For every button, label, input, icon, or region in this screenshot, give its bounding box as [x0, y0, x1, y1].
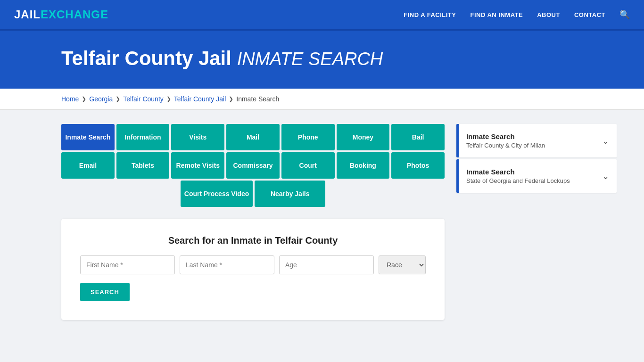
tab-commissary[interactable]: Commissary	[226, 152, 280, 179]
chevron-right-icon: ❯	[116, 96, 120, 102]
tab-booking[interactable]: Booking	[337, 152, 390, 179]
age-input[interactable]	[279, 255, 374, 274]
tabs-row2: Email Tablets Remote Visits Commissary C…	[61, 152, 445, 179]
search-form-title: Search for an Inmate in Telfair County	[80, 235, 426, 246]
tab-remote-visits[interactable]: Remote Visits	[171, 152, 224, 179]
chevron-right-icon: ❯	[82, 96, 86, 102]
tab-inmate-search[interactable]: Inmate Search	[61, 124, 115, 150]
sidebar-card-telfair-text: Inmate Search Telfair County & City of M…	[466, 132, 545, 149]
sidebar-card-georgia-subtitle: State of Georgia and Federal Lockups	[466, 177, 570, 184]
hero-title-italic: INMATE SEARCH	[237, 49, 383, 69]
hero-section: Telfair County Jail INMATE SEARCH	[0, 31, 644, 89]
search-inputs: Race White Black Hispanic Asian Other	[80, 255, 426, 274]
breadcrumb-telfair-jail[interactable]: Telfair County Jail	[174, 95, 226, 103]
race-select[interactable]: Race White Black Hispanic Asian Other	[379, 255, 426, 274]
chevron-right-icon: ❯	[229, 96, 233, 102]
find-inmate-link[interactable]: FIND AN INMATE	[470, 11, 523, 18]
navbar: JAILEXCHANGE FIND A FACILITY FIND AN INM…	[0, 0, 644, 31]
left-column: Inmate Search Information Visits Mail Ph…	[61, 124, 445, 320]
chevron-down-icon: ⌄	[602, 171, 609, 181]
breadcrumb-georgia[interactable]: Georgia	[89, 95, 113, 103]
tab-visits[interactable]: Visits	[171, 124, 224, 150]
breadcrumb-telfair-county[interactable]: Telfair County	[123, 95, 164, 103]
logo-jail: JAIL	[14, 8, 41, 21]
breadcrumb-inmate-search: Inmate Search	[236, 95, 279, 103]
nav-links: FIND A FACILITY FIND AN INMATE ABOUT CON…	[404, 9, 630, 20]
tabs-row3: Court Process Video Nearby Jails	[61, 181, 445, 207]
tab-court-process-video[interactable]: Court Process Video	[181, 181, 253, 207]
tab-bail[interactable]: Bail	[391, 124, 445, 150]
first-name-input[interactable]	[80, 255, 175, 274]
tab-money[interactable]: Money	[337, 124, 390, 150]
sidebar-card-georgia-title: Inmate Search	[466, 168, 570, 176]
sidebar-card-telfair-subtitle: Telfair County & City of Milan	[466, 142, 545, 149]
tab-court[interactable]: Court	[281, 152, 335, 179]
sidebar-card-telfair-title: Inmate Search	[466, 132, 545, 140]
chevron-right-icon: ❯	[166, 96, 171, 102]
page-title: Telfair County Jail INMATE SEARCH	[61, 47, 583, 70]
tabs-row1: Inmate Search Information Visits Mail Ph…	[61, 124, 445, 150]
search-button[interactable]: SEARCH	[80, 283, 130, 301]
search-form-box: Search for an Inmate in Telfair County R…	[61, 219, 445, 320]
breadcrumb: Home ❯ Georgia ❯ Telfair County ❯ Telfai…	[0, 89, 644, 110]
chevron-down-icon: ⌄	[602, 136, 609, 146]
search-icon[interactable]: 🔍	[619, 9, 630, 20]
contact-link[interactable]: CONTACT	[574, 11, 605, 18]
tab-tablets[interactable]: Tablets	[116, 152, 170, 179]
breadcrumb-home[interactable]: Home	[61, 95, 79, 103]
hero-title-bold: Telfair County Jail	[61, 47, 231, 69]
tab-nearby-jails[interactable]: Nearby Jails	[255, 181, 325, 207]
sidebar-card-telfair[interactable]: Inmate Search Telfair County & City of M…	[456, 124, 617, 157]
main-content: Inmate Search Information Visits Mail Ph…	[0, 110, 644, 334]
sidebar-card-georgia[interactable]: Inmate Search State of Georgia and Feder…	[456, 159, 617, 193]
tab-photos[interactable]: Photos	[391, 152, 445, 179]
about-link[interactable]: ABOUT	[537, 11, 560, 18]
last-name-input[interactable]	[180, 255, 274, 274]
logo[interactable]: JAILEXCHANGE	[14, 8, 108, 21]
right-sidebar: Inmate Search Telfair County & City of M…	[456, 124, 617, 320]
tab-mail[interactable]: Mail	[226, 124, 280, 150]
tab-email[interactable]: Email	[61, 152, 115, 179]
sidebar-card-georgia-text: Inmate Search State of Georgia and Feder…	[466, 168, 570, 184]
tab-information[interactable]: Information	[116, 124, 170, 150]
find-facility-link[interactable]: FIND A FACILITY	[404, 11, 456, 18]
tab-phone[interactable]: Phone	[281, 124, 335, 150]
logo-exchange: EXCHANGE	[41, 8, 108, 21]
